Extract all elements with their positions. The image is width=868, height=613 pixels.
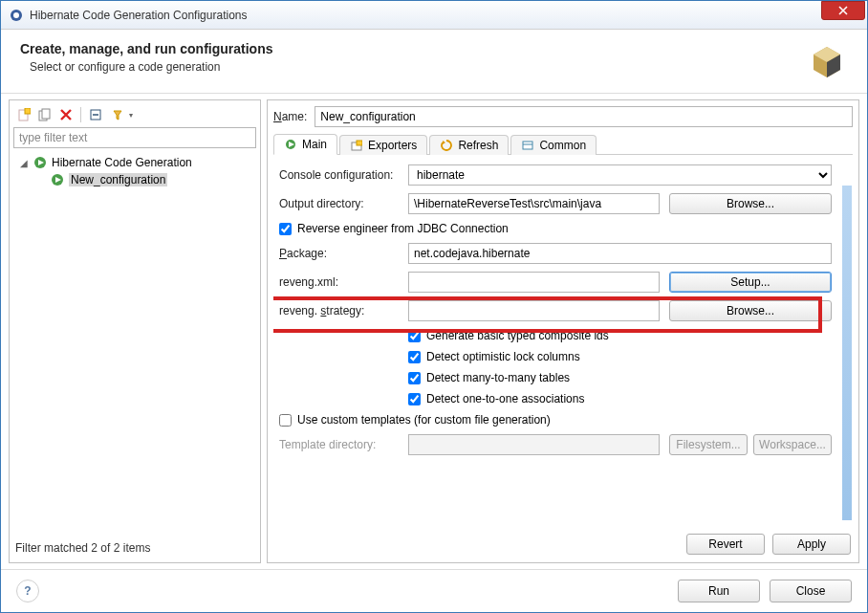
tab-refresh-label: Refresh <box>458 139 498 152</box>
svg-rect-18 <box>357 141 362 145</box>
svg-rect-6 <box>25 108 31 114</box>
run-button[interactable]: Run <box>678 580 760 602</box>
optimistic-lock-row[interactable]: Detect optimistic lock columns <box>279 350 832 363</box>
refresh-tab-icon <box>440 139 453 152</box>
filter-button[interactable] <box>108 106 125 123</box>
exporters-tab-icon <box>350 139 363 152</box>
tree-root-label: Hibernate Code Generation <box>52 156 192 169</box>
window-close-button[interactable] <box>821 1 865 20</box>
svg-rect-20 <box>523 142 532 149</box>
header-logo-icon <box>806 41 848 83</box>
tree-root-row[interactable]: ◢ Hibernate Code Generation <box>15 154 254 171</box>
dropdown-arrow-icon[interactable]: ▾ <box>129 111 133 120</box>
one-to-one-checkbox[interactable] <box>408 393 421 405</box>
reveng-strategy-label: reveng. strategy: <box>279 304 399 317</box>
reverse-engineer-checkbox[interactable] <box>279 223 292 235</box>
name-input[interactable] <box>315 106 853 127</box>
name-label: Name: <box>273 110 307 123</box>
titlebar: Hibernate Code Generation Configurations <box>1 1 867 30</box>
one-to-one-label: Detect one-to-one associations <box>426 392 584 405</box>
apply-button[interactable]: Apply <box>772 534 851 555</box>
main-tab-content: Console configuration: hibernate Output … <box>273 155 853 526</box>
tabs-row: Main Exporters Refresh Common <box>273 133 853 155</box>
svg-rect-8 <box>42 109 50 119</box>
output-dir-browse-button[interactable]: Browse... <box>669 193 832 214</box>
common-tab-icon <box>521 139 534 152</box>
reverse-engineer-row[interactable]: Reverse engineer from JDBC Connection <box>279 222 832 235</box>
custom-templates-row[interactable]: Use custom templates (for custom file ge… <box>279 413 832 427</box>
hibernate-run-icon <box>33 155 48 170</box>
many-to-many-row[interactable]: Detect many-to-many tables <box>279 371 832 384</box>
package-label: Package: <box>279 247 399 260</box>
dialog-window: Hibernate Code Generation Configurations… <box>0 0 868 613</box>
collapse-all-button[interactable] <box>87 106 104 123</box>
custom-templates-label: Use custom templates (for custom file ge… <box>297 413 551 427</box>
reverse-engineer-label: Reverse engineer from JDBC Connection <box>297 222 509 235</box>
header-subtitle: Select or configure a code generation <box>20 60 273 74</box>
name-row: Name: <box>273 106 853 127</box>
body-area: ▾ ◢ Hibernate Code Generation New_config… <box>1 94 867 569</box>
header-title: Create, manage, and run configurations <box>20 41 273 56</box>
optimistic-lock-checkbox[interactable] <box>408 351 421 363</box>
one-to-one-row[interactable]: Detect one-to-one associations <box>279 392 832 405</box>
delete-button[interactable] <box>57 106 75 123</box>
footer-bar: ? Run Close <box>1 569 867 612</box>
duplicate-button[interactable] <box>36 106 54 123</box>
hibernate-run-icon <box>50 172 65 187</box>
left-panel: ▾ ◢ Hibernate Code Generation New_config… <box>9 99 261 563</box>
many-to-many-label: Detect many-to-many tables <box>426 371 570 384</box>
output-dir-input[interactable] <box>408 193 660 214</box>
new-config-button[interactable] <box>15 106 33 123</box>
tab-main[interactable]: Main <box>273 134 337 155</box>
reveng-strategy-browse-button[interactable]: Browse... <box>669 300 832 321</box>
template-dir-input <box>408 434 660 455</box>
filter-text-input[interactable] <box>13 127 256 148</box>
tree-child-label: New_configuration <box>69 173 167 186</box>
left-toolbar: ▾ <box>13 104 256 127</box>
filesystem-button: Filesystem... <box>669 434 748 455</box>
basic-ids-checkbox[interactable] <box>408 330 421 342</box>
header-area: Create, manage, and run configurations S… <box>1 30 867 94</box>
panel-button-row: Revert Apply <box>273 526 853 557</box>
reveng-xml-input[interactable] <box>408 272 660 293</box>
app-icon <box>9 8 24 23</box>
console-config-select[interactable]: hibernate <box>408 164 832 186</box>
package-input[interactable] <box>408 243 832 264</box>
console-config-label: Console configuration: <box>279 168 399 182</box>
footer-buttons: Run Close <box>678 580 852 602</box>
many-to-many-checkbox[interactable] <box>408 372 421 384</box>
template-dir-label: Template directory: <box>279 438 399 451</box>
tab-common-label: Common <box>539 139 586 152</box>
basic-ids-label: Generate basic typed composite ids <box>426 329 609 342</box>
revert-button[interactable]: Revert <box>686 534 765 555</box>
config-tree[interactable]: ◢ Hibernate Code Generation New_configur… <box>13 152 256 537</box>
svg-marker-19 <box>443 141 445 144</box>
close-button[interactable]: Close <box>770 580 852 602</box>
workspace-button: Workspace... <box>753 434 832 455</box>
toolbar-separator <box>80 107 81 122</box>
basic-ids-row[interactable]: Generate basic typed composite ids <box>279 329 832 342</box>
tree-collapse-icon[interactable]: ◢ <box>19 158 29 168</box>
tab-refresh[interactable]: Refresh <box>429 135 509 155</box>
tab-exporters[interactable]: Exporters <box>339 135 427 155</box>
main-tab-icon <box>284 138 297 151</box>
vertical-scrollbar[interactable] <box>842 186 852 520</box>
reveng-setup-button[interactable]: Setup... <box>669 272 832 293</box>
tree-child-row[interactable]: New_configuration <box>15 171 254 188</box>
tab-common[interactable]: Common <box>510 135 597 155</box>
custom-templates-checkbox[interactable] <box>279 414 292 427</box>
reveng-xml-label: reveng.xml: <box>279 275 399 289</box>
svg-point-1 <box>13 12 19 18</box>
help-button[interactable]: ? <box>16 580 39 602</box>
filter-status-text: Filter matched 2 of 2 items <box>13 537 256 558</box>
optimistic-lock-label: Detect optimistic lock columns <box>426 350 580 363</box>
tab-main-label: Main <box>302 138 327 151</box>
window-title: Hibernate Code Generation Configurations <box>30 9 821 22</box>
output-dir-label: Output directory: <box>279 197 399 210</box>
reveng-strategy-input[interactable] <box>408 300 660 321</box>
header-text: Create, manage, and run configurations S… <box>20 41 273 74</box>
tab-exporters-label: Exporters <box>368 139 417 152</box>
right-panel: Name: Main Exporters Refresh <box>267 99 859 563</box>
